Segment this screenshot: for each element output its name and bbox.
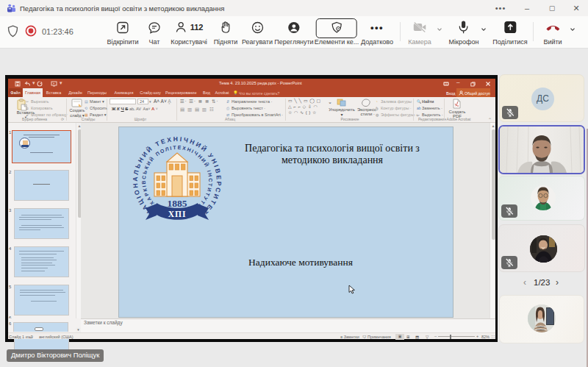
svg-text:1885: 1885 <box>168 198 187 209</box>
svg-text:ХПІ: ХПІ <box>168 210 187 218</box>
